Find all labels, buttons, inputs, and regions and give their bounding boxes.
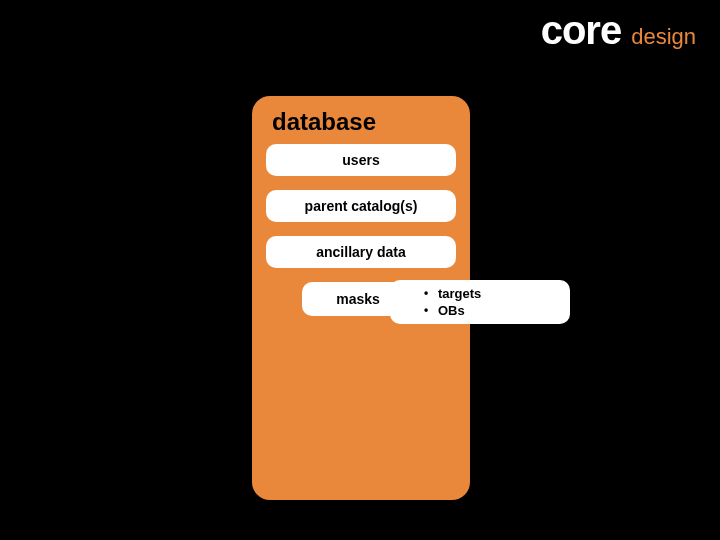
header-subtitle: design — [631, 24, 696, 50]
panel-title: database — [272, 108, 456, 136]
sub-item-obs: OBs — [424, 302, 481, 319]
sub-item-targets: targets — [424, 285, 481, 302]
header: core design — [541, 8, 696, 53]
item-ancillary-data: ancillary data — [266, 236, 456, 268]
header-title: core — [541, 8, 622, 53]
item-users: users — [266, 144, 456, 176]
masks-sub-box: targets OBs — [390, 280, 570, 324]
item-parent-catalogs: parent catalog(s) — [266, 190, 456, 222]
masks-sub-list: targets OBs — [424, 285, 481, 319]
